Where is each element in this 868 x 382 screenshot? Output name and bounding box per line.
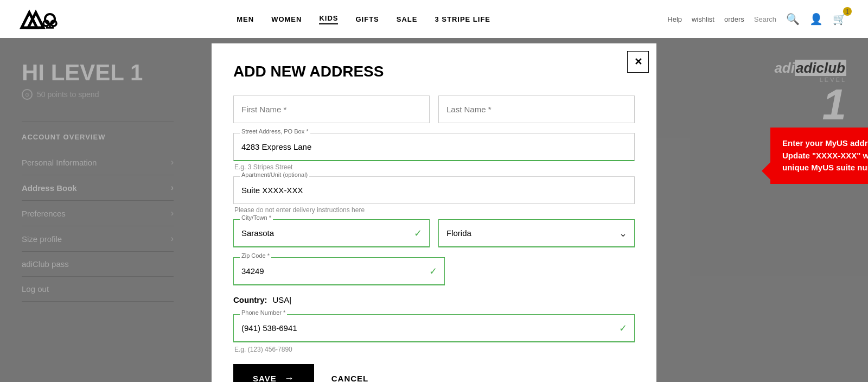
search-text: Search — [754, 15, 776, 23]
zip-check-icon: ✓ — [429, 265, 437, 277]
phone-field: Phone Number * ✓ — [233, 314, 635, 342]
navbar-right: Help wishlist orders Search 🔍 👤 🛒 1 — [667, 12, 852, 26]
street-hint: E.g. 3 Stripes Street — [233, 163, 635, 171]
nav-men[interactable]: MEN — [237, 15, 254, 23]
orders-link[interactable]: orders — [724, 15, 744, 23]
user-icon[interactable]: 👤 — [809, 12, 823, 26]
apt-input[interactable] — [233, 176, 635, 204]
add-address-modal: ✕ ADD NEW ADDRESS Street Address, PO Box… — [212, 43, 656, 382]
street-label: Street Address, PO Box * — [240, 128, 310, 135]
cart-count: 1 — [843, 7, 852, 16]
city-field: City/Town * ✓ — [233, 219, 430, 247]
nav-women[interactable]: WOMEN — [271, 15, 302, 23]
myus-tooltip: Enter your MyUS address here! Update "XX… — [770, 128, 868, 184]
phone-check-icon: ✓ — [619, 322, 627, 334]
search-icon[interactable]: 🔍 — [786, 12, 800, 26]
modal-overlay: ✕ ADD NEW ADDRESS Street Address, PO Box… — [0, 38, 868, 382]
nav-center: MEN WOMEN KIDS GIFTS SALE 3 STRIPE LIFE — [237, 14, 490, 24]
save-button[interactable]: SAVE → — [233, 364, 314, 382]
modal-close-button[interactable]: ✕ — [627, 51, 649, 73]
arrow-icon: → — [284, 373, 295, 382]
zip-label: Zip Code * — [240, 252, 271, 259]
first-name-input[interactable] — [233, 96, 430, 123]
city-state-row: City/Town * ✓ Florida ⌄ — [233, 219, 635, 247]
last-name-field — [438, 96, 635, 123]
phone-input[interactable] — [233, 314, 635, 342]
first-name-field — [233, 96, 430, 123]
state-select[interactable]: Florida — [438, 219, 635, 247]
state-field: Florida ⌄ — [438, 219, 635, 247]
name-row — [233, 96, 635, 123]
apt-label: Apartment/Unit (optional) — [240, 171, 309, 178]
city-label: City/Town * — [240, 214, 273, 221]
page-background: HI LEVEL 1 ⊙ 50 points to spend ACCOUNT … — [0, 38, 868, 382]
apt-hint: Please do not enter delivery instruction… — [233, 206, 635, 214]
form-actions: SAVE → CANCEL — [233, 364, 635, 382]
modal-title: ADD NEW ADDRESS — [233, 63, 635, 80]
country-row: Country: USA| — [233, 295, 635, 304]
zip-input[interactable] — [233, 257, 445, 285]
phone-label: Phone Number * — [240, 309, 287, 316]
modal-container: ✕ ADD NEW ADDRESS Street Address, PO Box… — [212, 43, 656, 382]
nav-kids[interactable]: KIDS — [319, 14, 338, 24]
save-label: SAVE — [253, 374, 277, 382]
logo — [16, 7, 60, 31]
nav-3stripe[interactable]: 3 STRIPE LIFE — [435, 15, 490, 23]
street-address-field: Street Address, PO Box * — [233, 133, 635, 161]
zip-field: Zip Code * ✓ — [233, 257, 445, 285]
country-label: Country: — [233, 295, 267, 304]
nav-gifts[interactable]: GIFTS — [355, 15, 379, 23]
phone-hint: E.g. (123) 456-7890 — [233, 346, 635, 353]
nav-sale[interactable]: SALE — [397, 15, 418, 23]
wishlist-link[interactable]: wishlist — [692, 15, 714, 23]
cancel-button[interactable]: CANCEL — [331, 374, 369, 382]
city-input[interactable] — [233, 219, 430, 247]
navbar: MEN WOMEN KIDS GIFTS SALE 3 STRIPE LIFE … — [0, 0, 868, 38]
street-input[interactable] — [233, 133, 635, 161]
apartment-field: Apartment/Unit (optional) — [233, 176, 635, 204]
help-link[interactable]: Help — [667, 15, 682, 23]
city-check-icon: ✓ — [414, 227, 422, 239]
country-value: USA| — [273, 295, 292, 304]
svg-point-2 — [45, 14, 55, 24]
last-name-input[interactable] — [438, 96, 635, 123]
